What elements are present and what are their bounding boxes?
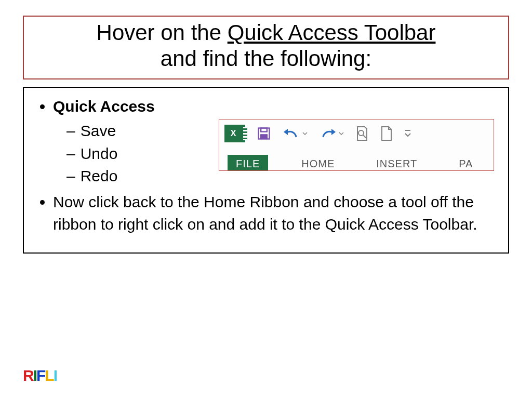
svg-rect-2 [260,134,268,139]
ribbon-tabs-row: FILE HOME INSERT PA [219,148,494,171]
customize-toolbar-icon[interactable] [404,128,411,139]
logo-letter: I [54,367,57,384]
title-underlined: Quick Access Toolbar [228,20,436,45]
tab-truncated[interactable]: PA [450,155,481,171]
svg-line-4 [363,135,366,138]
excel-ribbon-thumbnail: X [219,119,494,171]
logo-letter: L [45,367,53,384]
print-preview-icon[interactable] [355,126,369,141]
excel-app-letter: X [231,127,236,139]
slide-title-box: Hover on the Quick Access Toolbar and fi… [23,16,509,79]
quick-access-toolbar-row: X [219,119,494,148]
excel-app-icon: X [224,125,245,142]
slide-body-box: Quick Access Save Undo Redo Now click ba… [23,87,509,254]
slide-container: Hover on the Quick Access Toolbar and fi… [0,0,532,254]
svg-rect-1 [261,128,267,131]
redo-icon[interactable] [319,127,344,140]
svg-point-3 [358,130,364,136]
quick-access-heading: Quick Access [53,98,155,115]
save-icon[interactable] [257,126,271,141]
title-prefix: Hover on the [97,20,228,45]
tab-home[interactable]: HOME [293,155,343,171]
rifli-logo: R I F L I [23,367,57,384]
undo-dropdown-icon[interactable] [302,131,308,136]
new-document-icon[interactable] [380,126,393,141]
logo-letter: R [23,367,33,384]
list-item: Now click back to the Home Ribbon and ch… [53,191,497,236]
tab-insert[interactable]: INSERT [368,155,425,171]
redo-dropdown-icon[interactable] [339,131,344,136]
tab-file[interactable]: FILE [228,155,268,171]
logo-letter: F [36,367,45,384]
undo-icon[interactable] [283,127,308,140]
title-line2: and find the following: [29,46,503,72]
